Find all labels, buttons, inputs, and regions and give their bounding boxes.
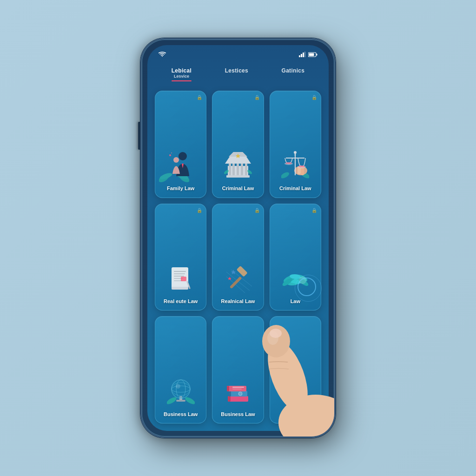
- svg-rect-0: [299, 55, 300, 57]
- svg-point-37: [298, 165, 305, 167]
- svg-point-12: [173, 157, 179, 163]
- cards-grid: 🔒: [147, 83, 329, 431]
- svg-point-27: [281, 171, 290, 180]
- svg-rect-77: [229, 391, 247, 397]
- svg-point-11: [178, 152, 187, 160]
- wifi-icon: [159, 52, 166, 59]
- svg-marker-22: [225, 157, 251, 164]
- phone-screen: Lebical Lesvice Lestices Gatinics 🔒: [147, 45, 329, 431]
- svg-rect-42: [174, 271, 186, 272]
- phone-device: Lebical Lesvice Lestices Gatinics 🔒: [140, 38, 336, 438]
- svg-rect-44: [174, 276, 184, 277]
- svg-rect-68: [176, 400, 185, 402]
- svg-point-14: [171, 152, 172, 153]
- signal-icon: [299, 52, 305, 58]
- criminal-law-2-label: Criminal Law: [279, 185, 311, 192]
- svg-rect-20: [241, 164, 243, 175]
- svg-rect-47: [181, 277, 186, 281]
- svg-rect-21: [245, 164, 247, 175]
- svg-rect-6: [309, 53, 314, 56]
- svg-rect-78: [229, 391, 231, 397]
- card-business-law-1[interactable]: Business Law: [155, 316, 206, 423]
- tab-legal[interactable]: Lebical Lesvice: [168, 66, 195, 83]
- svg-rect-17: [229, 164, 231, 175]
- svg-rect-75: [228, 396, 248, 402]
- lock-icon-4: 🔒: [197, 208, 202, 213]
- family-law-label: Family Law: [167, 185, 194, 192]
- family-law-icon: [159, 144, 202, 185]
- card-realnical-law[interactable]: 🔒: [212, 204, 264, 311]
- tab-statistics[interactable]: Gatinics: [278, 66, 309, 83]
- svg-rect-76: [228, 396, 231, 402]
- books-icon: [216, 370, 259, 411]
- svg-rect-2: [303, 53, 304, 57]
- real-estate-label: Real eute Law: [164, 298, 198, 304]
- camera-icon: [274, 370, 317, 411]
- business-law-1-label: Business Law: [164, 411, 198, 417]
- tap-ripple: [298, 278, 316, 296]
- svg-rect-18: [232, 164, 235, 175]
- svg-rect-1: [301, 54, 302, 57]
- svg-rect-82: [232, 389, 242, 390]
- svg-rect-3: [304, 52, 305, 57]
- svg-point-83: [238, 392, 242, 396]
- tab-services[interactable]: Lestices: [221, 66, 252, 83]
- law-extra-label: Law: [291, 411, 300, 417]
- battery-icon: [308, 52, 317, 58]
- lock-icon-6: 🔒: [311, 208, 317, 213]
- business-law-2-label: Business Law: [221, 411, 255, 417]
- svg-rect-41: [172, 287, 188, 290]
- svg-point-39: [294, 151, 297, 154]
- globe-icon: [159, 370, 202, 411]
- svg-point-87: [296, 388, 299, 390]
- card-criminal-law-1[interactable]: 🔒: [212, 91, 264, 198]
- svg-point-13: [169, 154, 171, 156]
- phone-body: Lebical Lesvice Lestices Gatinics 🔒: [140, 38, 336, 438]
- card-criminal-law-2[interactable]: 🔒: [270, 91, 321, 198]
- volume-button: [138, 122, 140, 150]
- svg-rect-5: [317, 53, 317, 55]
- criminal-law-1-label: Criminal Law: [222, 185, 254, 192]
- lock-icon-5: 🔒: [254, 208, 260, 213]
- scales-icon: [274, 144, 317, 185]
- document-icon: [159, 257, 202, 298]
- svg-rect-80: [227, 386, 229, 391]
- svg-point-74: [176, 384, 180, 389]
- card-law-env[interactable]: 🔒: [270, 204, 321, 311]
- svg-rect-15: [226, 175, 250, 178]
- card-law-extra[interactable]: Law: [270, 316, 321, 423]
- svg-rect-56: [230, 276, 242, 289]
- svg-point-36: [285, 162, 292, 164]
- lock-icon-2: 🔒: [254, 95, 260, 100]
- lock-icon-3: 🔒: [311, 95, 317, 100]
- card-business-law-2[interactable]: Business Law: [212, 316, 264, 423]
- gavel-icon: [216, 257, 259, 298]
- status-right: [299, 52, 317, 58]
- card-family-law[interactable]: 🔒: [155, 91, 206, 198]
- realnical-law-label: Realnical Law: [221, 298, 255, 304]
- svg-rect-43: [174, 273, 185, 274]
- courthouse-icon: [216, 144, 259, 185]
- law-env-label: Law: [291, 298, 300, 304]
- status-bar: [147, 45, 329, 62]
- status-left: [159, 52, 166, 59]
- card-real-estate-law[interactable]: 🔒: [155, 204, 206, 311]
- svg-rect-81: [232, 387, 244, 388]
- lock-icon: 🔒: [197, 95, 202, 100]
- svg-rect-19: [237, 164, 239, 175]
- tab-bar: Lebical Lesvice Lestices Gatinics: [147, 62, 329, 83]
